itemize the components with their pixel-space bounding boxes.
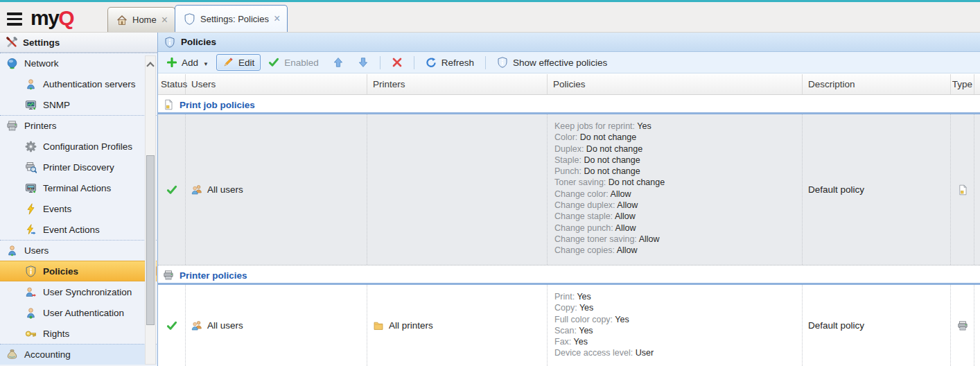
red-x-icon xyxy=(392,57,403,68)
toolbar-separator xyxy=(485,56,486,69)
column-header-description[interactable]: Description xyxy=(803,74,951,94)
policy-line: Print: Yes xyxy=(554,291,796,302)
sidebar-item-policies[interactable]: Policies xyxy=(0,261,157,281)
policies-cell: Keep jobs for reprint: YesColor: Do not … xyxy=(548,114,803,265)
sidebar-item-users[interactable]: Users xyxy=(0,240,157,261)
sidebar-item-network[interactable]: Network xyxy=(0,53,157,73)
refresh-icon xyxy=(426,57,437,68)
page-title: Policies xyxy=(181,37,216,47)
sidebar-title: Settings xyxy=(23,37,60,48)
tab-home[interactable]: Home xyxy=(107,7,175,32)
sidebar-header: Settings xyxy=(0,33,157,53)
green-check-icon xyxy=(268,57,279,68)
policy-line: Scan: Yes xyxy=(554,325,796,336)
settings-sidebar: Settings Network Authentication servers … xyxy=(0,33,158,366)
sidebar-item-authentication-servers[interactable]: Authentication servers xyxy=(0,73,157,94)
printer-icon xyxy=(163,270,174,281)
policy-line: Keep jobs for reprint: Yes xyxy=(554,121,796,132)
lightning-icon xyxy=(25,203,37,215)
move-down-button[interactable] xyxy=(351,54,375,71)
policy-line: Change duplex: Allow xyxy=(554,200,796,211)
sidebar-item-snmp[interactable]: SNMP xyxy=(0,94,157,115)
folder-icon xyxy=(373,320,384,331)
tab-settings-policies-label: Settings: Policies xyxy=(200,14,269,24)
users-icon xyxy=(191,320,202,331)
type-cell xyxy=(951,114,974,265)
printer-search-icon xyxy=(25,162,37,173)
policy-line: Duplex: Do not change xyxy=(554,143,796,155)
user-icon xyxy=(25,78,37,90)
policy-line: Change color: Allow xyxy=(554,189,796,200)
printer-icon xyxy=(6,120,18,132)
policy-line: Toner saving: Do not change xyxy=(554,177,796,188)
printers-cell: All printers xyxy=(367,285,548,366)
edit-button[interactable]: Edit xyxy=(216,54,261,71)
delete-button[interactable] xyxy=(385,54,409,71)
print-job-policy-icon xyxy=(957,184,968,195)
moneybag-icon xyxy=(6,349,18,360)
chevron-down-icon xyxy=(203,58,209,68)
show-effective-policies-button[interactable]: Show effective policies xyxy=(491,54,613,71)
myq-logo: myQ xyxy=(30,9,73,27)
globe-icon xyxy=(6,58,18,69)
status-cell xyxy=(158,114,186,265)
printer-policy-icon xyxy=(957,320,968,331)
main-panel: Policies Add Edit Enabled Refresh xyxy=(158,33,980,366)
column-header-printers[interactable]: Printers xyxy=(367,74,548,94)
sidebar-item-terminal-actions[interactable]: Terminal Actions xyxy=(0,177,157,198)
top-bar: myQ Home Settings: Policies xyxy=(0,0,980,33)
lightning-action-icon xyxy=(25,224,37,236)
sidebar-item-printer-discovery[interactable]: Printer Discovery xyxy=(0,157,157,177)
green-check-icon xyxy=(166,320,177,331)
policy-line: Color: Do not change xyxy=(554,132,796,143)
user-auth-icon xyxy=(25,307,37,319)
page-icon xyxy=(163,99,174,110)
scrollbar-thumb[interactable] xyxy=(146,155,155,325)
sidebar-items: Network Authentication servers SNMP Prin… xyxy=(0,53,157,366)
column-header-policies[interactable]: Policies xyxy=(548,74,803,94)
sidebar-scrollbar[interactable] xyxy=(145,55,156,365)
users-icon xyxy=(191,184,202,195)
policy-line: Device access level: User xyxy=(554,347,796,358)
close-icon[interactable] xyxy=(274,13,280,24)
printers-cell xyxy=(367,114,548,265)
shield-icon xyxy=(497,57,508,68)
type-cell xyxy=(951,285,974,366)
group-header-print-job-policies: Print job policies xyxy=(158,95,980,114)
close-icon[interactable] xyxy=(161,15,168,26)
hamburger-menu-icon[interactable] xyxy=(7,10,22,26)
shield-icon xyxy=(164,37,175,48)
column-header-type[interactable]: Type xyxy=(951,74,974,94)
move-up-button[interactable] xyxy=(326,54,350,71)
scroll-up-icon[interactable] xyxy=(146,62,154,69)
arrow-down-icon xyxy=(358,57,369,68)
sidebar-item-accounting[interactable]: Accounting xyxy=(0,344,157,365)
tools-icon xyxy=(6,37,17,48)
description-cell: Default policy xyxy=(803,285,951,366)
user-icon xyxy=(6,245,18,256)
description-cell: Default policy xyxy=(803,114,951,265)
sidebar-item-configuration-profiles[interactable]: Configuration Profiles xyxy=(0,136,157,157)
sidebar-item-printers[interactable]: Printers xyxy=(0,115,157,136)
refresh-button[interactable]: Refresh xyxy=(419,54,480,71)
policies-cell: Print: YesCopy: YesFull color copy: YesS… xyxy=(548,285,803,366)
sidebar-item-rights[interactable]: Rights xyxy=(0,323,157,344)
table-row[interactable]: All users Keep jobs for reprint: YesColo… xyxy=(158,114,980,265)
policy-line: Fax: Yes xyxy=(554,336,796,347)
sidebar-item-event-actions[interactable]: Event Actions xyxy=(0,219,157,240)
table-row[interactable]: All users All printers Print: YesCopy: Y… xyxy=(158,285,980,366)
tab-settings-policies[interactable]: Settings: Policies xyxy=(175,5,288,32)
sidebar-item-user-synchronization[interactable]: User Synchronization xyxy=(0,281,157,302)
column-header-status[interactable]: Status xyxy=(158,74,186,94)
sidebar-item-user-authentication[interactable]: User Authentication xyxy=(0,302,157,323)
plus-icon xyxy=(167,58,177,67)
add-button[interactable]: Add xyxy=(161,55,215,71)
users-cell: All users xyxy=(186,114,367,265)
policy-line: Change punch: Allow xyxy=(554,223,796,234)
column-header-users[interactable]: Users xyxy=(186,74,367,94)
sidebar-item-events[interactable]: Events xyxy=(0,198,157,219)
shield-icon xyxy=(25,265,37,277)
table-header: Status Users Printers Policies Descripti… xyxy=(158,74,980,95)
user-sync-icon xyxy=(25,286,37,298)
enabled-button[interactable]: Enabled xyxy=(262,54,325,71)
